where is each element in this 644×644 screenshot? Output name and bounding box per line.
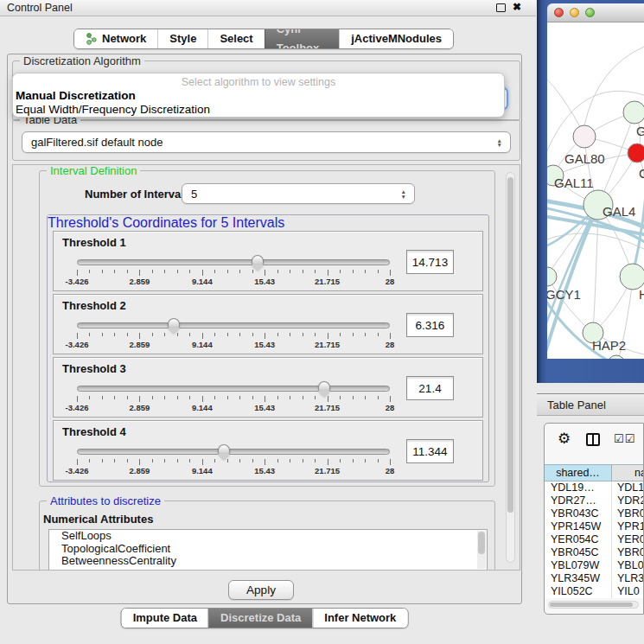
cell-name[interactable]: YDL1 <box>612 481 644 494</box>
slider-tick-label: -3.426 <box>66 466 89 475</box>
cell-name[interactable]: YPR1 <box>612 520 644 533</box>
settings-vertical-scrollbar[interactable] <box>506 172 515 563</box>
table-row[interactable]: YBL079WYBL0 <box>545 559 644 572</box>
table-row[interactable]: YDL19…YDL1 <box>545 481 644 494</box>
label-gcy1: GCY1 <box>547 287 581 302</box>
threshold-4-slider-handle[interactable] <box>218 444 230 460</box>
tab-infer-network[interactable]: Infer Network <box>312 609 407 628</box>
cell-name[interactable]: YDR2 <box>612 494 644 507</box>
table-data-selected-value: galFiltered.sif default node <box>31 136 163 149</box>
slider-tick-label: 2.859 <box>130 340 150 349</box>
slider-tick-label: 9.144 <box>192 277 213 286</box>
attributes-list-scrollbar[interactable] <box>477 531 486 569</box>
cell-name[interactable]: YIL0 <box>612 585 644 598</box>
table-row[interactable]: YER054CYER0 <box>545 533 644 546</box>
cell-name[interactable]: YBL0 <box>612 559 644 572</box>
attribute-list-item[interactable]: TopologicalCoefficient <box>49 543 487 556</box>
attribute-list-item[interactable]: BetweennessCentrality <box>49 555 487 568</box>
cell-shared-name[interactable]: YLR345W <box>545 572 612 585</box>
tab-jactivemnodules[interactable]: jActiveMNodules <box>339 29 453 48</box>
cell-shared-name[interactable]: YBR045C <box>545 546 612 559</box>
label-h: H <box>639 287 644 302</box>
zoom-traffic-light[interactable] <box>585 8 595 17</box>
column-header-name[interactable]: na <box>612 465 644 481</box>
threshold-2-label: Threshold 2 <box>62 299 126 312</box>
tab-impute-data[interactable]: Impute Data <box>122 609 208 628</box>
slider-tick-label: 15.43 <box>254 340 275 349</box>
cell-name[interactable]: YLR3 <box>612 572 644 585</box>
threshold-3-value-field[interactable]: 21.4 <box>406 376 454 400</box>
network-window-titlebar <box>547 3 644 22</box>
label-c: C <box>639 166 644 181</box>
threshold-4-value-field[interactable]: 11.344 <box>406 439 454 463</box>
apply-button[interactable]: Apply <box>228 580 294 600</box>
threshold-3-label: Threshold 3 <box>62 362 126 375</box>
table-row[interactable]: YIL052CYIL0 <box>545 585 644 598</box>
cell-shared-name[interactable]: YER054C <box>545 533 612 546</box>
threshold-1-slider-handle[interactable] <box>252 255 264 271</box>
node-gal80[interactable] <box>573 125 596 148</box>
tab-network[interactable]: Network <box>74 29 157 48</box>
cell-shared-name[interactable]: YDR27… <box>545 494 612 507</box>
cell-shared-name[interactable]: YPR145W <box>545 520 612 533</box>
label-g: G <box>636 124 644 138</box>
cell-shared-name[interactable]: YBL079W <box>545 559 612 572</box>
column-header-shared[interactable]: shared… <box>545 465 612 481</box>
tab-style[interactable]: Style <box>157 29 207 48</box>
algorithm-hint-option[interactable]: Select algorithm to view settings <box>13 76 504 88</box>
discretization-algorithm-title: Discretization Algorithm <box>20 54 144 67</box>
numerical-attributes-list: SelfLoopsTopologicalCoefficientBetweenne… <box>48 529 488 571</box>
attribute-list-item[interactable]: SelfLoops <box>49 530 487 543</box>
cell-shared-name[interactable]: YIL052C <box>545 585 612 598</box>
interval-definition-title: Interval Definition <box>47 164 140 177</box>
network-canvas[interactable]: GAL80 G C GAL11 GAL4 GCY1 H HAP2 <box>547 22 644 359</box>
columns-icon[interactable] <box>586 433 600 446</box>
option-manual-discretization[interactable]: Manual Discretization <box>16 89 136 102</box>
slider-tick-label: 15.43 <box>254 403 275 412</box>
tab-discretize-data[interactable]: Discretize Data <box>208 609 312 628</box>
tab-select[interactable]: Select <box>207 29 264 48</box>
node-selected-red[interactable] <box>628 143 644 163</box>
cell-shared-name[interactable]: YDL19… <box>545 481 612 494</box>
option-equal-width-frequency[interactable]: Equal Width/Frequency Discretization <box>16 103 210 116</box>
table-row[interactable]: YPR145WYPR1 <box>545 520 644 533</box>
threshold-2-box: Threshold 2 -3.4262.8599.14415.4321.7152… <box>53 294 483 354</box>
node-h[interactable] <box>620 264 644 290</box>
settings-scroll-panel: Interval Definition Number of Intervals … <box>12 164 520 571</box>
float-window-icon[interactable] <box>496 3 506 12</box>
number-of-intervals-spinner[interactable]: 5 ▲▼ <box>182 183 415 204</box>
threshold-2-slider-handle[interactable] <box>168 318 180 334</box>
table-horizontal-scrollbar[interactable] <box>548 601 639 609</box>
label-gal11: GAL11 <box>554 175 594 190</box>
table-row[interactable]: YLR345WYLR3 <box>545 572 644 585</box>
threshold-3-slider-handle[interactable] <box>318 381 330 397</box>
threshold-1-value-field[interactable]: 14.713 <box>406 250 454 274</box>
cell-name[interactable]: YBR0 <box>612 546 644 559</box>
control-panel-titlebar: Control Panel <box>0 0 536 16</box>
gear-icon[interactable]: ⚙ <box>558 431 571 446</box>
network-icon <box>86 33 97 45</box>
table-row[interactable]: YBR045CYBR0 <box>545 546 644 559</box>
label-gal80: GAL80 <box>564 151 605 166</box>
table-data-combobox[interactable]: galFiltered.sif default node ▲▼ <box>22 131 511 153</box>
slider-tick-label: 21.715 <box>315 403 340 412</box>
close-icon[interactable]: ✖ <box>513 1 521 13</box>
threshold-2-value-field[interactable]: 6.316 <box>406 313 454 337</box>
cell-shared-name[interactable]: YBR043C <box>545 507 612 520</box>
node-gcy1[interactable] <box>547 267 557 286</box>
number-of-intervals-value: 5 <box>191 188 197 201</box>
slider-tick-label: 9.144 <box>192 403 213 412</box>
tab-cyni-toolbox[interactable]: Cyni Toolbox <box>265 29 340 48</box>
cell-name[interactable]: YER0 <box>612 533 644 546</box>
table-row[interactable]: YBR043CYBR0 <box>545 507 644 520</box>
label-gal4: GAL4 <box>603 204 635 219</box>
node-top-right[interactable] <box>623 101 644 124</box>
close-traffic-light[interactable] <box>554 8 564 17</box>
slider-tick-label: 21.715 <box>315 277 340 286</box>
node-bottom-partial[interactable] <box>608 355 625 359</box>
checkbox-icons[interactable]: ☑☑ <box>614 432 635 445</box>
cell-name[interactable]: YBR0 <box>612 507 644 520</box>
slider-tick-label: 9.144 <box>192 466 213 475</box>
minimize-traffic-light[interactable] <box>570 8 579 17</box>
table-row[interactable]: YDR27…YDR2 <box>545 494 644 507</box>
